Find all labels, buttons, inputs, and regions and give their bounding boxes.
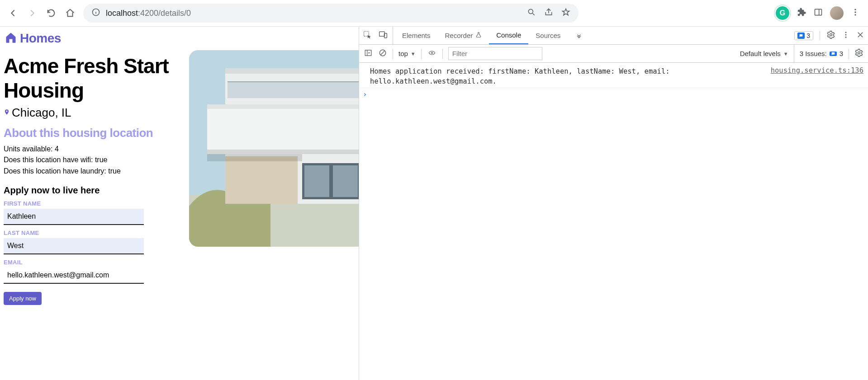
svg-rect-23 (207, 154, 302, 161)
listing-details: Acme Fresh Start Housing Chicago, IL Abo… (4, 50, 175, 305)
bookmark-star-icon[interactable] (561, 8, 570, 19)
extensions-icon[interactable] (797, 7, 806, 19)
console-source-link[interactable]: housing.service.ts:136 (762, 66, 863, 87)
apply-button[interactable]: Apply now (4, 292, 42, 305)
apply-heading: Apply now to live here (4, 185, 175, 196)
back-icon[interactable] (8, 8, 18, 18)
svg-rect-22 (225, 156, 298, 204)
browser-toolbar: localhost:4200/details/0 G (0, 0, 868, 26)
svg-rect-17 (228, 82, 359, 98)
tab-sources[interactable]: Sources (528, 27, 568, 44)
device-toolbar-icon[interactable] (378, 30, 388, 41)
laundry-available: Does this location have laundry: true (4, 166, 175, 177)
svg-point-9 (854, 14, 856, 15)
console-toolbar: top▼ Default levels▼ 3 Issues: 3 (359, 45, 868, 63)
email-label: EMAIL (4, 259, 175, 266)
console-settings-icon[interactable] (854, 48, 863, 59)
console-message-badge[interactable]: 3 (794, 31, 813, 40)
svg-line-34 (381, 51, 384, 55)
tab-elements[interactable]: Elements (395, 27, 438, 44)
nav-buttons (8, 8, 75, 18)
devtools-menu-icon[interactable] (842, 31, 850, 40)
inspect-element-icon[interactable] (363, 30, 372, 41)
first-name-input[interactable] (4, 209, 144, 225)
brand-name[interactable]: Homes (20, 31, 61, 46)
svg-point-28 (845, 32, 847, 33)
last-name-label: LAST NAME (4, 230, 175, 236)
svg-rect-5 (815, 9, 822, 15)
url-text: localhost:4200/details/0 (106, 9, 191, 18)
tab-console[interactable]: Console (489, 27, 528, 44)
svg-point-7 (854, 9, 856, 10)
email-input[interactable] (4, 267, 144, 284)
svg-rect-15 (207, 104, 359, 109)
svg-point-29 (845, 34, 847, 36)
svg-rect-16 (207, 150, 359, 154)
app-pane: Homes Acme Fresh Start Housing Chicago, … (0, 27, 359, 380)
tab-recorder[interactable]: Recorder (438, 27, 489, 44)
flask-icon (475, 32, 482, 39)
zoom-icon[interactable] (527, 8, 536, 19)
svg-rect-14 (207, 104, 359, 154)
svg-point-3 (528, 9, 533, 14)
svg-point-36 (858, 52, 860, 54)
console-output: Homes application received: firstName: K… (359, 63, 868, 380)
wifi-available: Does this location have wifi: true (4, 155, 175, 166)
listing-location-text: Chicago, IL (12, 106, 71, 120)
units-available: Units available: 4 (4, 144, 175, 155)
forward-icon[interactable] (27, 8, 37, 18)
execution-context-select[interactable]: top▼ (398, 50, 416, 57)
app-header: Homes (0, 27, 359, 47)
clear-console-icon[interactable] (378, 48, 387, 59)
devtools-pane: Elements Recorder Console Sources (359, 27, 868, 380)
listing-photo (189, 50, 359, 247)
reload-icon[interactable] (46, 8, 56, 18)
listing-title: Acme Fresh Start Housing (4, 54, 175, 103)
chrome-menu-icon[interactable] (851, 8, 860, 19)
console-message-text: Homes application received: firstName: K… (370, 66, 762, 87)
grammarly-extension-icon[interactable]: G (776, 6, 789, 20)
live-expression-icon[interactable] (427, 49, 437, 58)
side-panel-icon[interactable] (814, 8, 823, 19)
tab-overflow[interactable] (568, 27, 590, 44)
share-icon[interactable] (544, 8, 553, 19)
svg-line-4 (533, 14, 535, 15)
log-levels-select[interactable]: Default levels▼ (740, 50, 788, 57)
map-pin-icon (4, 106, 10, 120)
profile-avatar[interactable] (830, 6, 844, 20)
devtools-settings-icon[interactable] (826, 30, 835, 41)
brand-logo-icon (5, 31, 17, 46)
svg-point-8 (854, 11, 856, 13)
last-name-input[interactable] (4, 238, 144, 254)
svg-point-35 (431, 52, 432, 53)
address-bar[interactable]: localhost:4200/details/0 (83, 4, 579, 23)
svg-rect-13 (225, 68, 359, 74)
svg-rect-20 (304, 165, 329, 197)
extensions-area: G (776, 6, 860, 20)
svg-point-30 (845, 37, 847, 38)
console-prompt[interactable]: › (359, 88, 868, 99)
about-heading: About this housing location (4, 126, 175, 140)
first-name-label: FIRST NAME (4, 200, 175, 207)
console-log-entry[interactable]: Homes application received: firstName: K… (359, 66, 868, 88)
issues-button[interactable]: 3 Issues: 3 (794, 45, 843, 62)
console-filter-input[interactable] (448, 47, 542, 60)
home-icon[interactable] (65, 8, 75, 18)
svg-rect-31 (365, 50, 371, 56)
listing-location: Chicago, IL (4, 106, 175, 120)
message-icon (797, 33, 805, 39)
devtools-close-icon[interactable] (856, 31, 864, 40)
site-info-icon[interactable] (91, 8, 100, 19)
console-sidebar-toggle-icon[interactable] (364, 49, 373, 58)
devtools-tabbar: Elements Recorder Console Sources (359, 27, 868, 45)
svg-point-27 (830, 34, 832, 36)
svg-rect-21 (333, 165, 358, 197)
svg-rect-25 (379, 32, 385, 36)
